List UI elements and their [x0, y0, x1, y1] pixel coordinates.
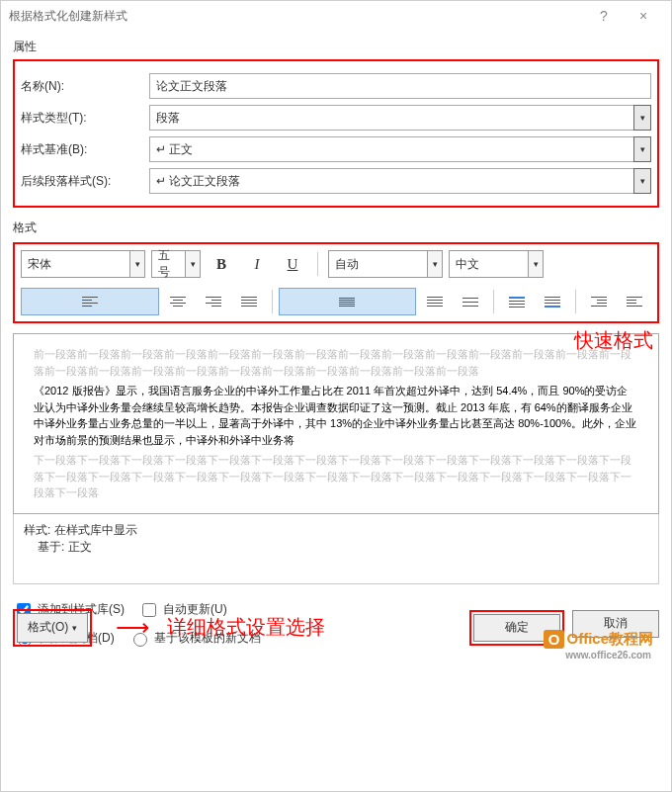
next-style-label: 后续段落样式(S):: [21, 173, 149, 190]
arrow-annotation-icon: ⟶: [116, 614, 149, 642]
preview-before-text: 前一段落前一段落前一段落前一段落前一段落前一段落前一段落前一段落前一段落前一段落…: [34, 346, 638, 379]
style-type-label: 样式类型(T):: [21, 110, 149, 127]
quick-format-annotation: 快速格式: [574, 327, 653, 354]
align-left-button[interactable]: [21, 288, 159, 315]
space-before-increase-button[interactable]: [500, 288, 534, 315]
chevron-down-icon[interactable]: ▾: [633, 105, 651, 131]
chevron-down-icon[interactable]: ▾: [528, 250, 544, 278]
bottom-bar: 格式(O)▾ ⟶ 详细格式设置选择 确定 取消: [13, 609, 659, 647]
chevron-down-icon[interactable]: ▾: [427, 250, 443, 278]
style-base-label: 样式基准(B):: [21, 141, 149, 158]
name-input[interactable]: 论文正文段落: [149, 73, 651, 99]
style-info-line1: 样式: 在样式库中显示: [24, 522, 648, 539]
align-center-button[interactable]: [161, 288, 195, 315]
preview-pane: 前一段落前一段落前一段落前一段落前一段落前一段落前一段落前一段落前一段落前一段落…: [13, 333, 659, 514]
line-spacing-1-5-button[interactable]: [418, 288, 452, 315]
name-label: 名称(N):: [21, 78, 149, 95]
chevron-down-icon[interactable]: ▾: [633, 136, 651, 162]
separator: [272, 290, 273, 313]
chevron-down-icon[interactable]: ▾: [633, 168, 651, 194]
help-button[interactable]: ?: [584, 8, 624, 24]
format-section-label: 格式: [13, 216, 659, 242]
properties-section-label: 属性: [13, 39, 659, 55]
next-style-select[interactable]: ↵ 论文正文段落 ▾: [149, 168, 651, 194]
font-color-select[interactable]: 自动 ▾: [328, 250, 443, 278]
ok-button[interactable]: 确定: [473, 614, 560, 642]
align-right-button[interactable]: [197, 288, 230, 315]
font-select[interactable]: 宋体 ▾: [21, 250, 145, 278]
style-info-box: 样式: 在样式库中显示 基于: 正文: [13, 514, 659, 584]
indent-decrease-button[interactable]: [582, 288, 616, 315]
language-select[interactable]: 中文 ▾: [449, 250, 544, 278]
close-button[interactable]: ×: [624, 8, 663, 24]
separator: [575, 290, 576, 313]
format-menu-button[interactable]: 格式(O)▾: [17, 613, 88, 643]
window-title: 根据格式化创建新样式: [9, 8, 584, 25]
style-info-line2: 基于: 正文: [24, 539, 648, 556]
space-before-decrease-button[interactable]: [536, 288, 569, 315]
align-justify-button[interactable]: [232, 288, 266, 315]
indent-increase-button[interactable]: [618, 288, 651, 315]
separator: [317, 252, 318, 276]
bold-button[interactable]: B: [207, 250, 236, 278]
properties-group: 名称(N): 论文正文段落 样式类型(T): 段落 ▾ 样式基准(B): ↵ 正…: [13, 59, 659, 208]
chevron-down-icon[interactable]: ▾: [185, 250, 201, 278]
chevron-down-icon: ▾: [72, 623, 77, 633]
font-size-select[interactable]: 五号 ▾: [151, 250, 201, 278]
preview-body-text: 《2012 版报告》显示，我国语言服务企业的中译外工作量占比在 2011 年首次…: [34, 383, 638, 448]
chevron-down-icon[interactable]: ▾: [129, 250, 145, 278]
underline-button[interactable]: U: [278, 250, 307, 278]
line-spacing-2-button[interactable]: [454, 288, 487, 315]
cancel-button[interactable]: 取消: [572, 610, 659, 638]
style-base-select[interactable]: ↵ 正文 ▾: [149, 136, 651, 162]
separator: [493, 290, 494, 313]
dialog-window: 根据格式化创建新样式 ? × 属性 名称(N): 论文正文段落 样式类型(T):…: [0, 0, 672, 792]
detail-format-annotation: 详细格式设置选择: [167, 614, 325, 641]
line-spacing-1-button[interactable]: [279, 288, 417, 315]
format-toolbar-group: 宋体 ▾ 五号 ▾ B I U 自动 ▾ 中文 ▾: [13, 242, 659, 323]
italic-button[interactable]: I: [242, 250, 272, 278]
titlebar: 根据格式化创建新样式 ? ×: [1, 1, 671, 31]
preview-after-text: 下一段落下一段落下一段落下一段落下一段落下一段落下一段落下一段落下一段落下一段落…: [34, 452, 638, 501]
style-type-select[interactable]: 段落 ▾: [149, 105, 651, 131]
